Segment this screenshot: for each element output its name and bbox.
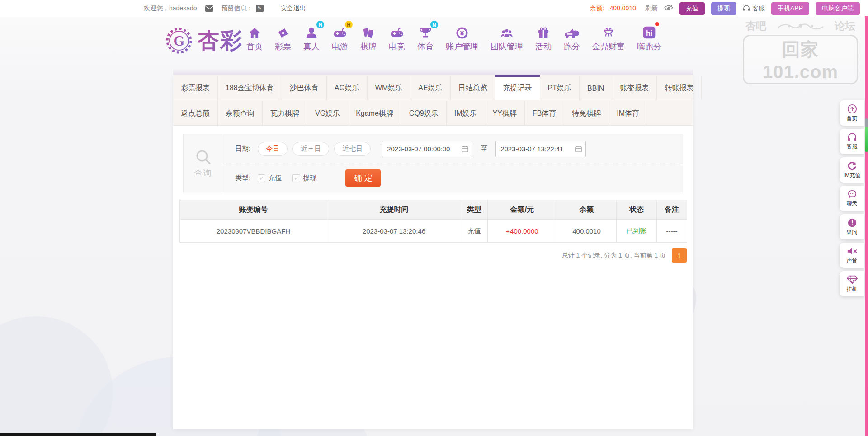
nav-item-hipaofen[interactable]: hi 嗨跑分	[637, 23, 661, 52]
edit-pencil-icon[interactable]: ✎	[256, 5, 264, 12]
scrollbar-thumb-green[interactable]	[865, 127, 868, 152]
tab-temian[interactable]: 特免棋牌	[564, 100, 609, 125]
tab-row-2: 返点总额 余额查询 瓦力棋牌 VG娱乐 Kgame棋牌 CQ9娱乐 IM娱乐 Y…	[173, 100, 693, 126]
tab-wm[interactable]: WM娱乐	[368, 75, 410, 100]
tripod-vessel-icon	[600, 23, 617, 40]
range-3days[interactable]: 近三日	[292, 142, 329, 156]
service-link[interactable]: 客服	[743, 5, 765, 13]
page-1-button[interactable]: 1	[672, 248, 687, 263]
scrollbar-track[interactable]	[865, 16, 868, 436]
recharge-c-icon	[847, 161, 857, 171]
badge-dot	[655, 22, 659, 26]
date-from-input[interactable]: 2023-03-07 00:00:00	[382, 141, 472, 157]
side-im-recharge[interactable]: IM充值	[840, 157, 864, 183]
gamepad-icon	[389, 23, 405, 40]
hi-app-icon: hi	[641, 23, 657, 40]
badge-new: N	[430, 21, 438, 28]
nav-item-paofen[interactable]: 跑分	[564, 23, 580, 52]
mobile-app-button[interactable]: 手机APP	[771, 2, 809, 15]
tab-zhangbian[interactable]: 账变报表	[612, 75, 657, 100]
dealer-icon: N	[303, 23, 320, 40]
checkbox-withdraw[interactable]: ✓	[292, 174, 300, 182]
tab-cq9[interactable]: CQ9娱乐	[401, 100, 447, 125]
eye-off-icon[interactable]	[664, 5, 673, 12]
cell-id: 20230307VBBDIBGAFH	[180, 220, 327, 242]
pagination: 总计 1 个记录, 分为 1 页, 当前第 1 页 1	[562, 248, 687, 263]
tab-188-sport[interactable]: 188金宝博体育	[218, 75, 282, 100]
logout-link[interactable]: 安全退出	[281, 5, 306, 13]
nav-item-team[interactable]: 团队管理	[491, 23, 523, 52]
nav-item-esports[interactable]: 电竞	[389, 23, 405, 52]
tab-ag[interactable]: AG娱乐	[327, 75, 368, 100]
side-chat[interactable]: 聊天	[840, 186, 864, 211]
balance-value: 400.0010	[610, 5, 636, 12]
col-header-status: 状态	[617, 200, 657, 219]
nav-item-live[interactable]: N 真人	[303, 23, 320, 52]
nav-item-lottery[interactable]: 彩票	[275, 23, 291, 52]
checkbox-deposit[interactable]: ✓	[258, 174, 265, 182]
ticket-icon	[275, 23, 291, 40]
tab-bbin[interactable]: BBIN	[580, 75, 612, 100]
tab-im-yule[interactable]: IM娱乐	[447, 100, 485, 125]
range-today[interactable]: 今日	[258, 142, 288, 156]
calendar-icon[interactable]	[575, 145, 582, 152]
nav-item-account[interactable]: ¥ 账户管理	[446, 23, 478, 52]
tab-shaba-sport[interactable]: 沙巴体育	[282, 75, 327, 100]
nav-item-jinding[interactable]: 金鼎财富	[592, 23, 625, 52]
tab-yue-chaxun[interactable]: 余额查询	[218, 100, 263, 125]
tab-pt[interactable]: PT娱乐	[540, 75, 580, 100]
welcome-text: 欢迎您，hadesado	[144, 5, 197, 13]
withdraw-button[interactable]: 提现	[711, 2, 736, 15]
nav-item-home[interactable]: 首页	[246, 23, 263, 52]
range-7days[interactable]: 近七日	[334, 142, 371, 156]
nav-item-promo[interactable]: 活动	[535, 23, 552, 52]
gift-icon	[535, 23, 552, 40]
side-home[interactable]: 首页	[840, 100, 864, 126]
side-service[interactable]: 客服	[840, 129, 864, 154]
topbar: 欢迎您，hadesado 预留信息： ✎ 安全退出 余额: 400.0010 刷…	[0, 0, 868, 17]
confirm-button[interactable]: 确 定	[345, 169, 381, 187]
tab-ae[interactable]: AE娱乐	[410, 75, 450, 100]
tab-wali[interactable]: 瓦力棋牌	[263, 100, 307, 125]
refresh-link[interactable]: 刷新	[645, 5, 658, 13]
tab-vg[interactable]: VG娱乐	[307, 100, 348, 125]
deposit-button[interactable]: 充值	[679, 2, 705, 15]
tab-chongti-jilu[interactable]: 充提记录	[495, 75, 540, 100]
tab-fb[interactable]: FB体育	[525, 100, 564, 125]
tab-fandian[interactable]: 返点总额	[173, 100, 218, 125]
nav-item-sports[interactable]: N 体育	[417, 23, 434, 52]
envelope-icon[interactable]	[205, 5, 213, 12]
rhino-icon	[564, 23, 580, 40]
pc-client-button[interactable]: 电脑客户端	[816, 2, 860, 15]
decor-bottom-strip	[0, 433, 156, 436]
svg-text:G: G	[174, 33, 185, 49]
tab-rijie[interactable]: 日结总览	[451, 75, 495, 100]
arrow-up-circle-icon	[847, 104, 857, 114]
tab-caipiao-baobiao[interactable]: 彩票报表	[173, 75, 218, 100]
diamond-icon	[847, 275, 858, 285]
watermark-left: 杏吧	[745, 19, 766, 33]
tab-kgame[interactable]: Kgame棋牌	[348, 100, 401, 125]
cell-amount: +400.0000	[488, 220, 557, 242]
logo[interactable]: G 杏彩	[165, 26, 243, 55]
nav-item-cards[interactable]: 棋牌	[360, 23, 377, 52]
scrollbar-thumb-gray[interactable]	[865, 118, 868, 127]
side-sound[interactable]: 声音	[840, 243, 864, 268]
date-to-input[interactable]: 2023-03-07 13:22:41	[495, 141, 586, 157]
home-icon	[246, 23, 263, 40]
tab-yy[interactable]: YY棋牌	[485, 100, 525, 125]
calendar-icon[interactable]	[462, 145, 468, 152]
tab-zhuanzhang[interactable]: 转账报表	[657, 75, 702, 100]
col-header-remark: 备注	[657, 200, 687, 219]
filter-panel: 查询 日期: 今日 近三日 近七日 2023-03-07 00:00:00 至 …	[183, 134, 683, 192]
tab-im-tiyu[interactable]: IM体育	[609, 100, 647, 125]
side-question[interactable]: 疑问	[840, 214, 864, 239]
col-header-type: 类型	[461, 200, 488, 219]
type-withdraw-option[interactable]: ✓ 提现	[292, 174, 316, 183]
nav-item-slots[interactable]: H 电游	[332, 23, 348, 52]
watermark-site: 回家101.com	[743, 35, 858, 84]
type-deposit-option[interactable]: ✓ 充值	[258, 174, 282, 183]
side-idle[interactable]: 挂机	[840, 271, 864, 296]
exclamation-circle-icon	[847, 218, 857, 228]
svg-text:hi: hi	[646, 29, 652, 37]
